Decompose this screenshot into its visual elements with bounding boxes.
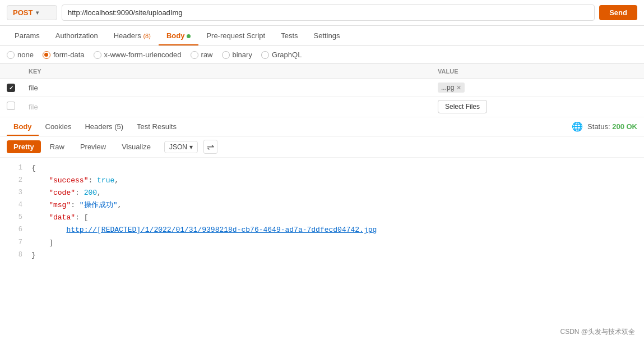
status-area: 🌐 Status: 200 OK — [572, 121, 637, 132]
col-value: VALUE — [431, 64, 644, 79]
table-row: file Select Files — [0, 97, 644, 117]
footer: CSDN @头发与技术双全 — [551, 325, 644, 339]
body-active-dot — [187, 34, 191, 38]
view-raw[interactable]: Raw — [43, 140, 71, 153]
table-row: file ...pg ✕ — [0, 79, 644, 97]
tab-settings[interactable]: Settings — [306, 26, 348, 45]
row1-key-cell: file — [22, 79, 431, 97]
footer-text: CSDN @头发与技术双全 — [560, 328, 635, 336]
radio-raw[interactable]: raw — [191, 51, 213, 59]
status-label: Status: 200 OK — [587, 122, 637, 131]
line-num-2: 2 — [4, 175, 22, 186]
chevron-down-icon: ▾ — [36, 10, 39, 16]
json-line-3: 3 "code": 200, — [0, 187, 644, 199]
row1-key: file — [29, 84, 38, 92]
radio-binary[interactable]: binary — [222, 51, 252, 59]
row2-checkbox[interactable] — [7, 102, 15, 110]
json-line-7: 7 ] — [0, 237, 644, 249]
method-label: POST — [13, 8, 33, 17]
tab-params[interactable]: Params — [7, 26, 48, 45]
nav-tabs: Params Authorization Headers (8) Body Pr… — [0, 26, 644, 46]
table-header-row: KEY VALUE — [0, 64, 644, 79]
radio-form-data[interactable]: form-data — [43, 51, 85, 59]
radio-none[interactable]: none — [7, 51, 34, 59]
row1-checkbox-cell — [0, 79, 22, 97]
tab-authorization[interactable]: Authorization — [48, 26, 106, 45]
view-visualize[interactable]: Visualize — [115, 140, 157, 153]
tab-headers[interactable]: Headers (8) — [106, 26, 159, 45]
format-select[interactable]: JSON ▾ — [164, 141, 198, 153]
tab-body[interactable]: Body — [159, 26, 199, 45]
json-line-2: 2 "success": true, — [0, 175, 644, 187]
line-num-6: 6 — [4, 224, 22, 235]
json-line-1: 1 { — [0, 162, 644, 175]
radio-circle-form-data — [43, 51, 50, 59]
response-tab-test-results[interactable]: Test Results — [130, 117, 183, 136]
row1-value-cell: ...pg ✕ — [431, 79, 644, 97]
response-tabs-row: Body Cookies Headers (5) Test Results 🌐 … — [0, 117, 644, 136]
row2-key-placeholder: file — [29, 103, 38, 111]
row2-key-cell: file — [22, 97, 431, 117]
line-num-4: 4 — [4, 199, 22, 210]
radio-circle-raw — [191, 51, 198, 59]
row1-checkbox[interactable] — [7, 84, 15, 92]
row2-checkbox-cell — [0, 97, 22, 117]
line-num-8: 8 — [4, 249, 22, 260]
format-label: JSON — [169, 143, 187, 151]
json-line-6: 6 http://[REDACTED]/1/2022/01/31/9398218… — [0, 224, 644, 236]
radio-urlencoded[interactable]: x-www-form-urlencoded — [94, 51, 182, 59]
col-checkbox — [0, 64, 22, 79]
response-tab-headers[interactable]: Headers (5) — [78, 117, 130, 136]
json-line-5: 5 "data": [ — [0, 212, 644, 224]
json-url-link[interactable]: http://[REDACTED]/1/2022/01/31/9398218d-… — [66, 226, 377, 234]
body-type-row: none form-data x-www-form-urlencoded raw… — [0, 46, 644, 64]
radio-circle-binary — [222, 51, 230, 59]
row1-remove-icon[interactable]: ✕ — [456, 84, 461, 91]
main-container: POST ▾ Send Params Authorization Headers… — [0, 0, 644, 266]
method-select[interactable]: POST ▾ — [7, 5, 57, 20]
line-num-5: 5 — [4, 212, 22, 223]
json-line-8: 8 } — [0, 249, 644, 262]
json-line-4: 4 "msg": "操作成功", — [0, 199, 644, 212]
view-pretty[interactable]: Pretty — [7, 140, 41, 153]
radio-graphql[interactable]: GraphQL — [261, 51, 302, 59]
view-preview[interactable]: Preview — [73, 140, 113, 153]
form-data-table: KEY VALUE file ...pg ✕ — [0, 64, 644, 117]
row1-file-tag: ...pg ✕ — [438, 83, 465, 93]
radio-circle-none — [7, 51, 15, 59]
tab-tests[interactable]: Tests — [273, 26, 305, 45]
col-key: KEY — [22, 64, 431, 79]
send-button[interactable]: Send — [599, 5, 637, 20]
line-num-1: 1 — [4, 162, 22, 173]
format-chevron-icon: ▾ — [189, 143, 193, 151]
wrap-icon[interactable]: ⇌ — [203, 140, 217, 154]
select-files-button[interactable]: Select Files — [438, 100, 487, 113]
json-viewer: 1 { 2 "success": true, 3 "code": 200, 4 … — [0, 158, 644, 266]
row2-value-cell: Select Files — [431, 97, 644, 117]
status-code: 200 OK — [612, 122, 637, 131]
url-input[interactable] — [62, 4, 595, 21]
tab-pre-request[interactable]: Pre-request Script — [198, 26, 273, 45]
response-tab-cookies[interactable]: Cookies — [39, 117, 78, 136]
line-num-7: 7 — [4, 237, 22, 248]
row1-file-name: ...pg — [441, 84, 454, 91]
view-bar: Pretty Raw Preview Visualize JSON ▾ ⇌ — [0, 136, 644, 158]
url-bar: POST ▾ Send — [0, 0, 644, 26]
line-num-3: 3 — [4, 187, 22, 198]
globe-icon: 🌐 — [572, 121, 583, 132]
response-tab-body[interactable]: Body — [7, 117, 39, 136]
radio-circle-urlencoded — [94, 51, 101, 59]
radio-circle-graphql — [261, 51, 269, 59]
